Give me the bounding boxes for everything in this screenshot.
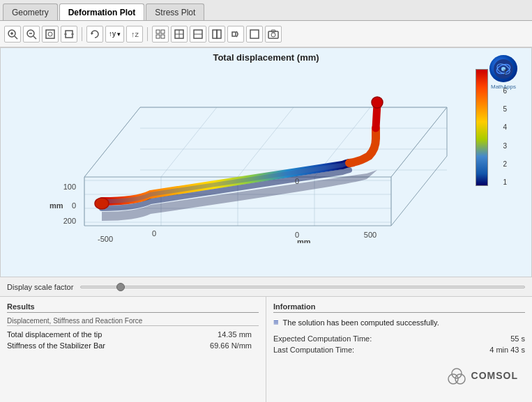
grid-button[interactable] (152, 26, 169, 42)
results-panel: Results Displacement, Stiffness and Reac… (0, 297, 266, 402)
toolbar: ↑y ▾ ↑z (0, 21, 532, 47)
svg-text:100: 100 (63, 183, 76, 191)
info-row-0: Expected Computation Time: 55 s (273, 334, 525, 343)
svg-text:200: 200 (63, 217, 76, 225)
svg-point-61 (372, 97, 383, 108)
svg-line-1 (15, 36, 17, 39)
svg-line-5 (33, 36, 36, 39)
svg-point-75 (455, 374, 465, 384)
zoom-extents-button[interactable] (42, 26, 59, 42)
info-panel: Information ≡ The solution has been comp… (266, 297, 532, 402)
separator-1 (82, 27, 82, 41)
scale-slider-thumb[interactable] (116, 283, 125, 291)
svg-point-62 (95, 198, 109, 209)
svg-point-76 (452, 369, 462, 378)
result-value-1: 69.66 N/mm (210, 341, 252, 350)
scale-factor-label: Display scale factor (7, 283, 73, 291)
separator-2 (147, 27, 148, 41)
svg-rect-23 (213, 30, 217, 38)
pan-button[interactable]: ↑z (126, 26, 143, 42)
svg-text:↑z: ↑z (131, 30, 139, 38)
zoom-out-button[interactable] (23, 26, 40, 42)
svg-text:mm: mm (98, 242, 112, 243)
view-dropdown[interactable]: ↑y ▾ (105, 26, 124, 42)
view2-button[interactable] (190, 26, 206, 42)
comsol-icon (446, 365, 467, 386)
tab-deformation[interactable]: Deformation Plot (59, 3, 145, 20)
svg-rect-7 (46, 30, 54, 38)
svg-rect-26 (250, 30, 259, 38)
equals-icon: ≡ (273, 317, 279, 327)
svg-rect-15 (161, 30, 165, 33)
svg-marker-12 (91, 32, 93, 35)
svg-point-8 (48, 32, 52, 36)
svg-line-44 (161, 107, 217, 177)
comsol-text: COMSOL (471, 370, 518, 381)
view3-button[interactable] (208, 26, 225, 42)
info-label-0: Expected Computation Time: (273, 334, 372, 343)
bottom-panels: Results Displacement, Stiffness and Reac… (0, 297, 532, 402)
result-row-1: Stiffness of the Stabilizer Bar 69.66 N/… (7, 341, 259, 350)
info-value-0: 55 s (510, 334, 525, 343)
results-panel-title: Results (7, 302, 259, 313)
result-value-0: 14.35 mm (218, 330, 252, 339)
view1-button[interactable] (171, 26, 188, 42)
success-text: The solution has been computed successfu… (283, 318, 439, 327)
svg-text:0: 0 (72, 201, 76, 210)
zoom-in-button[interactable] (4, 26, 21, 42)
result-label-1: Stiffness of the Stabilizer Bar (7, 341, 203, 350)
audio-button[interactable] (227, 26, 244, 42)
camera-button[interactable] (265, 26, 282, 42)
pipe-plot: 500 0 100 0 200 0 -500 mm mm mm 0 (29, 62, 461, 243)
success-message: ≡ The solution has been computed success… (273, 317, 525, 327)
svg-line-56 (84, 107, 140, 177)
view4-button[interactable] (246, 26, 263, 42)
tab-geometry[interactable]: Geometry (3, 3, 58, 20)
tab-stress[interactable]: Stress Plot (146, 3, 204, 20)
svg-text:0: 0 (295, 177, 299, 185)
svg-rect-24 (217, 30, 221, 38)
svg-marker-25 (232, 32, 236, 36)
svg-text:0: 0 (152, 229, 156, 238)
result-label-0: Total displacement of the tip (7, 330, 211, 339)
fit-window-button[interactable] (61, 26, 77, 42)
svg-text:mm: mm (50, 201, 63, 210)
svg-rect-16 (156, 35, 160, 38)
colorbar: 7 6 5 4 3 2 1 (476, 69, 489, 208)
svg-text:mm: mm (297, 238, 311, 243)
tab-bar: Geometry Deformation Plot Stress Plot (0, 0, 532, 21)
info-row-1: Last Computation Time: 4 min 43 s (273, 346, 525, 354)
svg-line-45 (238, 107, 294, 177)
result-row-0: Total displacement of the tip 14.35 mm (7, 330, 259, 339)
comsol-branding: COMSOL (273, 361, 525, 390)
info-label-1: Last Computation Time: (273, 346, 354, 354)
svg-point-28 (271, 33, 275, 37)
rotate-button[interactable] (86, 26, 103, 42)
scale-bar-section: Display scale factor (0, 277, 532, 297)
results-sub-section: Displacement, Stiffness and Reaction For… (7, 317, 259, 326)
info-value-1: 4 min 43 s (489, 346, 525, 354)
plot-container: Total displacement (mm) MathApps (0, 47, 532, 277)
svg-rect-14 (156, 30, 160, 33)
scale-slider[interactable] (80, 286, 525, 288)
svg-rect-17 (161, 35, 165, 38)
info-panel-title: Information (273, 302, 525, 313)
svg-text:500: 500 (364, 231, 377, 239)
